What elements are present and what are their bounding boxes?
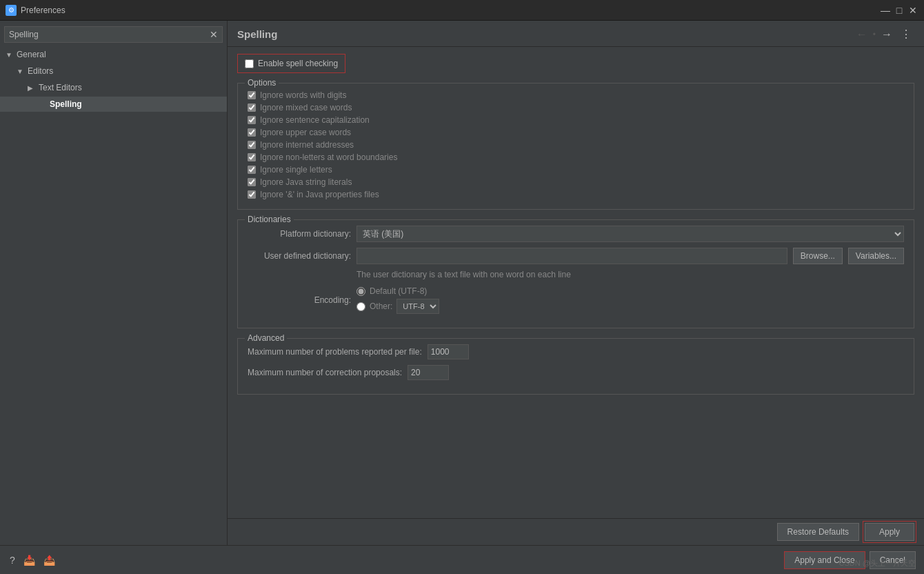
sidebar-item-text-editors[interactable]: ▶ Text Editors xyxy=(0,80,227,95)
encoding-other-option: Other: UTF-8 xyxy=(356,299,439,314)
arrow-text-editors: ▶ xyxy=(28,84,39,92)
title-bar-controls: — □ ✕ xyxy=(880,5,918,16)
sidebar-label-spelling: Spelling xyxy=(50,99,82,109)
advanced-group: Advanced Maximum number of problems repo… xyxy=(237,338,914,395)
tree-item-spelling: Spelling xyxy=(0,95,227,113)
option-ignore-upper: Ignore upper case words xyxy=(248,126,904,139)
user-dict-input[interactable] xyxy=(356,248,787,264)
option-ignore-nonletters: Ignore non-letters at word boundaries xyxy=(248,151,904,164)
enable-spell-check-label[interactable]: Enable spell checking xyxy=(258,59,338,68)
user-dict-label: User defined dictionary: xyxy=(248,251,351,261)
encoding-default-option: Default (UTF-8) xyxy=(356,286,439,296)
encoding-other-label: Other: xyxy=(370,301,392,311)
option-ignore-internet: Ignore internet addresses xyxy=(248,139,904,151)
minimize-button[interactable]: — xyxy=(880,5,891,16)
label-ignore-nonletters: Ignore non-letters at word boundaries xyxy=(260,152,397,162)
encoding-default-label: Default (UTF-8) xyxy=(370,286,427,296)
platform-dict-label: Platform dictionary: xyxy=(248,229,351,239)
options-group: Options Ignore words with digits Ignore … xyxy=(237,83,914,210)
sidebar-item-general[interactable]: ▼ General xyxy=(0,47,227,62)
option-ignore-ampersand: Ignore '&' in Java properties files xyxy=(248,188,904,201)
label-ignore-single: Ignore single letters xyxy=(260,165,332,175)
content-body: Enable spell checking Options Ignore wor… xyxy=(228,47,924,518)
encoding-row: Encoding: Default (UTF-8) Other: UTF-8 xyxy=(248,286,904,314)
bottom-left: ? 📥 📤 xyxy=(8,553,57,567)
restore-defaults-button[interactable]: Restore Defaults xyxy=(777,523,859,541)
dictionaries-group-title: Dictionaries xyxy=(245,215,294,224)
nav-arrows: ← • → ⋮ xyxy=(854,26,914,42)
sidebar-search-input[interactable] xyxy=(9,30,210,39)
checkbox-ignore-sentence[interactable] xyxy=(248,116,256,124)
options-group-title: Options xyxy=(245,78,279,88)
max-corrections-row: Maximum number of correction proposals: xyxy=(248,365,904,380)
sidebar-label-text-editors: Text Editors xyxy=(39,83,82,92)
browse-button[interactable]: Browse... xyxy=(793,248,843,264)
app-icon: ⚙ xyxy=(6,5,17,16)
apply-button-wrapper: Apply xyxy=(865,523,914,541)
tree-item-editors: ▼ Editors ▶ Text Editors Spelling xyxy=(0,62,227,116)
maximize-button[interactable]: □ xyxy=(894,5,905,16)
label-ignore-ampersand: Ignore '&' in Java properties files xyxy=(260,190,379,199)
content-area: Spelling ← • → ⋮ Enable spell checking O… xyxy=(228,21,924,545)
checkbox-ignore-mixed[interactable] xyxy=(248,103,256,112)
tree-item-text-editors: ▶ Text Editors Spelling xyxy=(0,79,227,115)
enable-spell-check-section: Enable spell checking xyxy=(237,54,345,73)
option-ignore-digits: Ignore words with digits xyxy=(248,89,904,101)
encoding-other-radio[interactable] xyxy=(356,302,365,311)
label-ignore-internet: Ignore internet addresses xyxy=(260,140,354,150)
label-ignore-upper: Ignore upper case words xyxy=(260,128,351,137)
max-corrections-label: Maximum number of correction proposals: xyxy=(248,368,402,377)
checkbox-ignore-ampersand[interactable] xyxy=(248,190,256,199)
checkbox-ignore-nonletters[interactable] xyxy=(248,153,256,161)
label-ignore-mixed: Ignore mixed case words xyxy=(260,103,352,112)
arrow-general: ▼ xyxy=(6,51,17,59)
checkbox-ignore-internet[interactable] xyxy=(248,141,256,149)
encoding-label: Encoding: xyxy=(248,295,351,305)
import-button[interactable]: 📥 xyxy=(22,553,37,567)
bottom-bar: ? 📥 📤 Apply and Close Cancel xyxy=(0,545,924,574)
max-corrections-input[interactable] xyxy=(408,365,449,380)
option-ignore-java: Ignore Java string literals xyxy=(248,176,904,188)
max-problems-row: Maximum number of problems reported per … xyxy=(248,344,904,359)
user-dict-row: User defined dictionary: Browse... Varia… xyxy=(248,248,904,264)
sidebar-item-spelling[interactable]: Spelling xyxy=(0,97,227,112)
sidebar-label-editors: Editors xyxy=(28,66,53,76)
label-ignore-java: Ignore Java string literals xyxy=(260,177,352,187)
main-layout: ✕ ▼ General ▼ Editors ▶ Text Editors xyxy=(0,21,924,545)
encoding-options: Default (UTF-8) Other: UTF-8 xyxy=(356,286,439,314)
max-problems-input[interactable] xyxy=(428,344,469,359)
apply-button[interactable]: Apply xyxy=(865,523,914,541)
nav-menu-button[interactable]: ⋮ xyxy=(898,26,914,42)
option-ignore-single: Ignore single letters xyxy=(248,164,904,176)
checkbox-ignore-java[interactable] xyxy=(248,178,256,186)
platform-dict-row: Platform dictionary: 英语 (美国) xyxy=(248,226,904,242)
platform-dict-dropdown[interactable]: 英语 (美国) xyxy=(356,226,904,242)
advanced-group-title: Advanced xyxy=(245,333,287,343)
label-ignore-digits: Ignore words with digits xyxy=(260,90,346,100)
sidebar-search-clear[interactable]: ✕ xyxy=(210,29,218,40)
enable-spell-check-checkbox[interactable] xyxy=(245,59,254,68)
arrow-editors: ▼ xyxy=(17,68,28,75)
title-bar: ⚙ Preferences — □ ✕ xyxy=(0,0,924,21)
option-ignore-mixed: Ignore mixed case words xyxy=(248,101,904,114)
sidebar-item-editors[interactable]: ▼ Editors xyxy=(0,63,227,79)
export-button[interactable]: 📤 xyxy=(42,553,57,567)
dictionaries-group: Dictionaries Platform dictionary: 英语 (美国… xyxy=(237,219,914,328)
close-button[interactable]: ✕ xyxy=(907,5,918,16)
encoding-other-select[interactable]: UTF-8 xyxy=(396,299,439,314)
nav-forward-button[interactable]: → xyxy=(878,27,895,42)
nav-back-button[interactable]: ← xyxy=(854,27,870,42)
option-ignore-sentence: Ignore sentence capitalization xyxy=(248,114,904,126)
nav-separator: • xyxy=(873,30,876,39)
checkbox-ignore-upper[interactable] xyxy=(248,128,256,137)
watermark: CSDN @头上一片天空 xyxy=(839,558,916,568)
encoding-default-radio[interactable] xyxy=(356,287,365,296)
label-ignore-sentence: Ignore sentence capitalization xyxy=(260,115,370,125)
variables-button[interactable]: Variables... xyxy=(848,248,904,264)
checkbox-ignore-digits[interactable] xyxy=(248,91,256,99)
checkbox-ignore-single[interactable] xyxy=(248,166,256,174)
sidebar-search-bar[interactable]: ✕ xyxy=(4,26,223,43)
max-problems-label: Maximum number of problems reported per … xyxy=(248,347,422,357)
content-header: Spelling ← • → ⋮ xyxy=(228,21,924,47)
help-button[interactable]: ? xyxy=(8,553,17,567)
